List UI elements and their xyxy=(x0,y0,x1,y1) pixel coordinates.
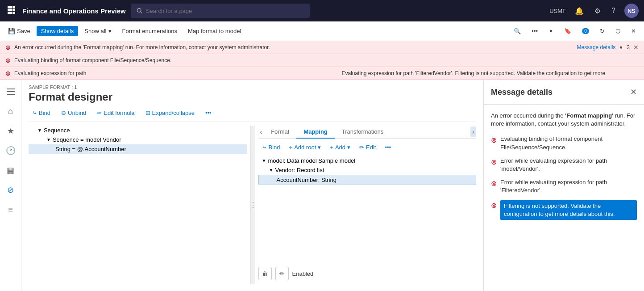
tab-format-label: Format xyxy=(271,128,289,135)
error-bar-2: ⊗ Evaluating binding of format component… xyxy=(0,54,644,67)
tab-transformations-label: Transformations xyxy=(342,128,383,135)
tab-mapping[interactable]: Mapping xyxy=(296,126,334,139)
tree-item-sequence[interactable]: ▼ Sequence xyxy=(29,126,247,135)
plus-icon-add: + xyxy=(330,144,333,151)
edit-formula-icon: ✏ xyxy=(97,110,102,116)
edit-formula-button[interactable]: ✏ Edit formula xyxy=(93,108,138,118)
unbind-icon: ⊖ xyxy=(61,110,66,116)
rt-edit-label: Edit xyxy=(366,144,376,151)
expand-collapse-button[interactable]: ⊞ Expand/collapse xyxy=(142,108,198,118)
help-icon[interactable]: ? xyxy=(610,5,617,17)
split-pane: ▼ Sequence ▼ Sequence = model.Vendor Str… xyxy=(29,126,476,284)
svg-rect-6 xyxy=(8,12,10,14)
tab-format[interactable]: Format xyxy=(264,126,296,139)
bottom-bar: 🗑 ✏ Enabled xyxy=(258,263,477,284)
rt-add-root-label: Add root xyxy=(294,144,316,151)
open-new-icon[interactable]: ⬡ xyxy=(611,26,625,36)
bell-icon[interactable]: 🔔 xyxy=(573,5,586,17)
rt-edit-button[interactable]: ✏ Edit xyxy=(356,142,379,152)
show-all-button[interactable]: Show all ▾ xyxy=(80,26,116,36)
tree-arrow-model-vendor: ▼ xyxy=(269,168,274,173)
search-bar[interactable] xyxy=(131,4,310,18)
edit-bottom-button[interactable]: ✏ xyxy=(275,267,289,280)
bind-button[interactable]: ⤷ Bind xyxy=(29,108,54,118)
rt-bind-button[interactable]: ⤷ Bind xyxy=(258,142,284,152)
crosshair-icon[interactable]: ✦ xyxy=(544,26,558,36)
gear-icon[interactable]: ⚙ xyxy=(593,5,602,17)
format-enumerations-button[interactable]: Format enumerations xyxy=(118,26,182,36)
panel-error-icon-1: ⊗ xyxy=(491,135,497,145)
panel-error-text-2: Error while evaluating expression for pa… xyxy=(500,157,637,173)
model-tree-vendor-label: Vendor: Record list xyxy=(275,167,324,173)
error-bar-main: ⊗ An error occurred during the 'Format m… xyxy=(0,41,644,54)
bookmark-icon[interactable]: 🔖 xyxy=(560,26,576,36)
split-handle[interactable] xyxy=(251,126,255,284)
panel-title: Message details xyxy=(491,88,553,97)
error-nav-up[interactable]: ∧ xyxy=(619,44,623,51)
error-text-3-short: Evaluating expression for path xyxy=(14,70,312,76)
model-tree-vendor[interactable]: ▼ Vendor: Record list xyxy=(258,165,477,175)
panel-header: Message details ✕ xyxy=(484,80,644,105)
map-format-to-model-button[interactable]: Map format to model xyxy=(183,26,245,36)
sidebar-table-icon[interactable]: ▦ xyxy=(3,162,19,178)
tab-bar: ‹ Format Mapping Transformations › xyxy=(258,126,477,139)
message-details-panel: Message details ✕ An error occurred duri… xyxy=(483,80,644,291)
panel-close-button[interactable]: ✕ xyxy=(630,87,637,97)
unbind-button[interactable]: ⊖ Unbind xyxy=(58,108,90,118)
sidebar-filter-icon[interactable]: ⊘ xyxy=(3,182,19,198)
rt-add-button[interactable]: + Add ▾ xyxy=(326,142,354,152)
error-actions: Message details ∧ 3 ✕ xyxy=(577,44,639,51)
show-all-label: Show all xyxy=(84,28,106,34)
unbind-label: Unbind xyxy=(68,110,86,116)
sidebar-list-icon[interactable]: ≡ xyxy=(3,202,19,218)
model-tree-account-number[interactable]: AccountNumber: String xyxy=(258,175,477,185)
grid-icon[interactable]: ​ xyxy=(5,4,17,18)
tab-nav-left[interactable]: ‹ xyxy=(258,127,264,137)
rt-add-root-button[interactable]: + Add root ▾ xyxy=(286,142,325,152)
dismiss-button[interactable]: ✕ xyxy=(633,44,639,51)
avatar[interactable]: NS xyxy=(624,4,639,18)
tree-arrow-vendor: ▼ xyxy=(46,137,51,142)
right-toolbar: ⤷ Bind + Add root ▾ + Add ▾ xyxy=(258,142,477,152)
top-nav: ​ Finance and Operations Preview USMF 🔔 … xyxy=(0,0,644,21)
rt-more-button[interactable]: ••• xyxy=(381,142,395,152)
app-title: Finance and Operations Preview xyxy=(22,7,126,15)
format-enumerations-label: Format enumerations xyxy=(122,28,178,34)
message-details-link[interactable]: Message details xyxy=(577,44,616,51)
save-button[interactable]: 💾 Save xyxy=(4,26,35,36)
show-details-button[interactable]: Show details xyxy=(37,26,79,36)
more-tools-button[interactable]: ••• xyxy=(202,108,215,118)
save-icon: 💾 xyxy=(8,28,15,34)
close-button[interactable]: ✕ xyxy=(627,26,640,36)
panel-error-icon-3: ⊗ xyxy=(491,179,497,189)
tree-item-string[interactable]: String = @.AccountNumber xyxy=(29,144,247,154)
error-icon-3: ⊗ xyxy=(5,70,11,77)
delete-button[interactable]: 🗑 xyxy=(258,267,272,280)
status-label: Enabled xyxy=(292,270,314,277)
sidebar-menu-icon[interactable] xyxy=(3,84,19,100)
sidebar-star-icon[interactable]: ★ xyxy=(3,123,19,139)
tree-arrow-sequence: ▼ xyxy=(37,128,42,133)
rt-bind-icon: ⤷ xyxy=(262,144,267,151)
chevron-down-icon-add-root: ▾ xyxy=(318,144,321,151)
designer-toolbar: ⤷ Bind ⊖ Unbind ✏ Edit formula ⊞ Expand/… xyxy=(29,108,476,122)
badge-button[interactable]: 0 xyxy=(578,26,594,36)
sidebar-clock-icon[interactable]: 🕐 xyxy=(3,143,19,159)
more-actions-button[interactable]: ••• xyxy=(527,26,542,36)
panel-error-text-1: Evaluating binding of format component F… xyxy=(500,135,637,151)
tab-nav-right[interactable]: › xyxy=(470,127,476,137)
panel-error-3: ⊗ Error while evaluating expression for … xyxy=(491,178,637,194)
refresh-icon[interactable]: ↻ xyxy=(595,26,609,36)
model-tree-root[interactable]: ▼ model: Data model Sample model xyxy=(258,156,477,165)
expand-label: Expand/collapse xyxy=(152,110,195,116)
search-cmd-icon[interactable]: 🔍 xyxy=(509,26,525,36)
sidebar-home-icon[interactable]: ⌂ xyxy=(3,103,19,119)
search-input[interactable] xyxy=(146,8,304,14)
plus-icon: + xyxy=(289,144,293,151)
expand-icon: ⊞ xyxy=(145,110,150,116)
tab-transformations[interactable]: Transformations xyxy=(335,126,391,139)
tree-item-sequence-vendor[interactable]: ▼ Sequence = model.Vendor xyxy=(29,135,247,144)
show-details-label: Show details xyxy=(41,28,74,34)
model-tree: ▼ model: Data model Sample model ▼ Vendo… xyxy=(258,156,477,263)
error-count: 3 xyxy=(627,44,630,51)
